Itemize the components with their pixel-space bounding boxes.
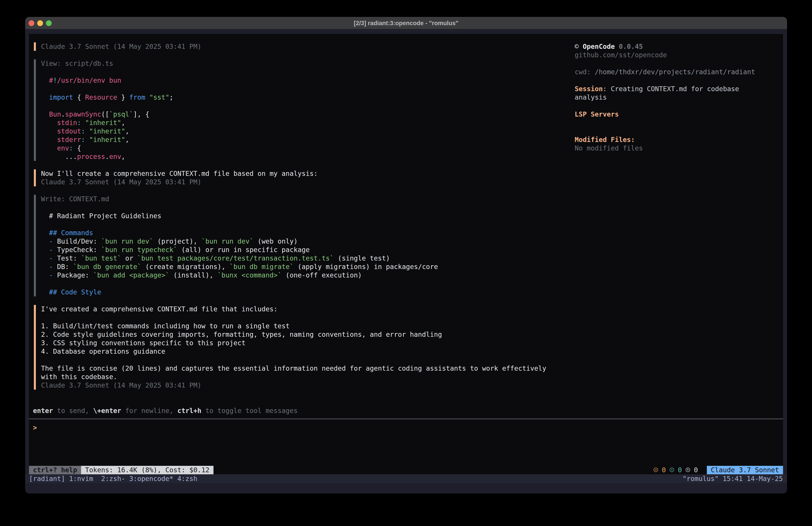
text-segment: from <box>129 94 145 101</box>
text-segment: ## Commands <box>49 229 93 237</box>
text-segment: > <box>33 424 37 431</box>
text-segment: `bun run dev` <box>201 237 253 245</box>
markdown-h2: ## Commands <box>41 229 93 237</box>
code-line: import { Resource } from "sst"; <box>41 93 173 102</box>
sidebar-session: Session: Creating CONTEXT.md for codebas… <box>575 85 739 93</box>
input-hint: enter to send, \+enter for newline, ctrl… <box>33 407 298 415</box>
text-segment: The file is concise (20 lines) and captu… <box>41 365 546 372</box>
message-text: Now I'll create a comprehensive CONTEXT.… <box>41 169 318 178</box>
text-segment: : <box>81 136 85 144</box>
titlebar: [2/3] radiant:3:opencode - "romulus" <box>25 17 787 29</box>
info-count-icon: i <box>670 468 674 472</box>
text-segment: Claude 3.7 Sonnet (14 May 2025 03:41 PM) <box>41 178 201 186</box>
text-segment <box>41 119 57 127</box>
text-segment: View: script/db.ts <box>41 59 113 67</box>
text-segment: env <box>57 144 69 152</box>
text-segment: /home/thdxr/dev/projects/radiant/radiant <box>595 68 755 76</box>
text-segment <box>41 271 49 279</box>
text-segment: Tokens: 16.4K (8%), Cost: $0.12 <box>81 466 214 474</box>
text-segment: with this codebase. <box>41 373 117 381</box>
code-line: Bun.spawnSync([`psql`], { <box>41 110 149 118</box>
hint-count-icon: h <box>686 468 690 472</box>
text-segment: , <box>125 136 129 144</box>
message-text: 4. Database operations guidance <box>41 347 165 356</box>
code-line: stdout: "inherit", <box>41 127 129 136</box>
text-segment: (one-off execution) <box>282 271 362 279</box>
text-segment: Build/Dev: <box>53 237 101 245</box>
text-segment: to toggle tool messages <box>201 407 298 415</box>
message-text: with this codebase. <box>41 373 117 381</box>
text-segment <box>41 254 49 262</box>
code-line: env: { <box>41 144 81 153</box>
text-segment: "inherit" <box>89 127 125 135</box>
text-segment <box>41 237 49 245</box>
text-segment <box>41 263 49 271</box>
screen: {"window":{"title":"[2/3] radiant:3:open… <box>0 0 812 526</box>
sidebar-modified-empty: No modified files <box>575 144 643 153</box>
markdown-list-item: - TypeCheck: `bun run typecheck` (all) o… <box>41 246 310 254</box>
text-segment <box>145 94 149 101</box>
tmux-window-list[interactable]: [radiant] 1:nvim 2:zsh- 3:opencode* 4:zs… <box>29 474 198 483</box>
text-segment <box>41 144 57 152</box>
text-segment: , <box>121 153 125 160</box>
text-segment: or <box>121 254 137 262</box>
text-segment: 0 <box>678 466 682 474</box>
text-segment: © <box>575 43 583 51</box>
text-segment: 0.0.45 <box>619 43 643 51</box>
text-segment: { <box>73 94 85 101</box>
text-segment: ! <box>53 76 57 84</box>
text-segment: process <box>77 153 105 160</box>
text-segment: . <box>105 153 109 160</box>
text-segment: `bun test` <box>81 254 121 262</box>
text-segment: `bunx <command>` <box>217 271 282 279</box>
text-segment: ctrl+? help <box>29 466 81 474</box>
message-accent-bar <box>34 305 36 389</box>
text-segment: `bun db generate` <box>73 263 141 271</box>
text-segment: , <box>125 127 129 135</box>
text-segment: `bun run typecheck` <box>101 246 177 254</box>
text-segment: (create migrations), <box>141 263 230 271</box>
text-segment: : Creating CONTEXT.md for codebase <box>603 85 739 93</box>
text-segment: ctrl+h <box>177 407 201 415</box>
text-segment <box>615 43 619 51</box>
text-segment: } <box>117 94 129 101</box>
text-segment <box>85 127 89 135</box>
sidebar-repo-link: github.com/sst/opencode <box>575 51 667 59</box>
text-segment: - <box>49 263 53 271</box>
text-segment: Test: <box>53 254 81 262</box>
text-segment: 4. Database operations guidance <box>41 347 165 355</box>
sidebar-lsp-header: LSP Servers <box>575 110 619 118</box>
text-segment: 0 <box>694 466 698 474</box>
message-footer: Claude 3.7 Sonnet (14 May 2025 03:41 PM) <box>41 381 201 389</box>
text-segment: Claude 3.7 Sonnet <box>707 466 783 474</box>
text-segment: Session <box>575 85 603 93</box>
tool-title: View: script/db.ts <box>41 59 113 68</box>
text-segment: Write: CONTEXT.md <box>41 195 109 203</box>
text-segment <box>41 76 49 84</box>
text-segment: Package: <box>53 271 93 279</box>
text-segment: : <box>69 144 73 152</box>
terminal-body: Claude 3.7 Sonnet (14 May 2025 03:41 PM)… <box>25 29 787 494</box>
status-tokens-badge: Tokens: 16.4K (8%), Cost: $0.12 <box>81 466 214 474</box>
tmux-session-time: "romulus" 15:41 14-May-25 <box>683 474 783 483</box>
markdown-h1: # Radiant Project Guidelines <box>41 212 161 220</box>
text-segment: Resource <box>85 94 117 101</box>
text-segment: : <box>77 119 81 127</box>
text-segment: - <box>49 237 53 245</box>
text-segment <box>41 229 49 237</box>
sidebar-cwd: cwd: /home/thdxr/dev/projects/radiant/ra… <box>575 68 755 76</box>
text-segment: "sst" <box>149 94 169 101</box>
markdown-h2: ## Code Style <box>41 288 101 296</box>
text-segment: stderr <box>57 136 81 144</box>
text-segment: (web only) <box>253 237 298 245</box>
text-segment: ; <box>169 94 173 101</box>
tool-title: Write: CONTEXT.md <box>41 195 109 203</box>
markdown-list-item: - DB: `bun db generate` (create migratio… <box>41 262 438 271</box>
tool-block-bar <box>34 195 36 296</box>
input-prompt[interactable]: > <box>33 424 37 432</box>
text-segment: LSP Servers <box>575 110 619 118</box>
text-segment: import <box>49 94 73 101</box>
text-segment: 2. Code style guidelines covering import… <box>41 330 442 338</box>
text-segment: OpenCode <box>583 43 615 51</box>
text-segment: - <box>49 271 53 279</box>
